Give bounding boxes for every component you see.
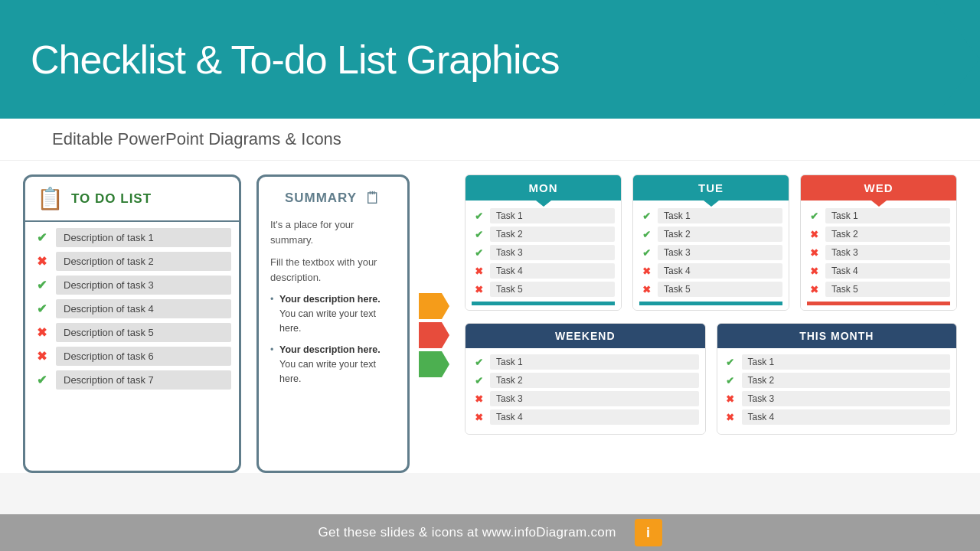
footer-text: Get these slides & icons at www.infoDiag… (318, 525, 616, 540)
check-icon: ✔ (724, 373, 737, 387)
check-icon: ✔ (639, 209, 653, 223)
wed-header: WED (801, 175, 956, 201)
calendar-top-row: MON ✔ Task 1 ✔ Task 2 ✔ Task 3 (465, 174, 957, 311)
task-text-5: Description of task 5 (56, 323, 231, 342)
table-row: ✔ Task 1 (472, 208, 615, 223)
wed-bar (807, 302, 950, 305)
task-label: Task 5 (658, 282, 782, 297)
summary-line1: It's a place for your summary. (270, 217, 396, 247)
summary-bullet-2: Your description here. You can write you… (270, 343, 396, 386)
table-row: ✔ Task 2 (639, 227, 782, 242)
cross-icon-2: ✖ (33, 253, 50, 270)
mon-tasks: ✔ Task 1 ✔ Task 2 ✔ Task 3 ✖ Task 4 (466, 201, 621, 310)
task-label: Task 1 (490, 208, 615, 223)
task-text-1: Description of task 1 (56, 228, 231, 247)
cross-icon: ✖ (807, 264, 821, 278)
table-row: ✖ Task 3 (807, 245, 950, 260)
check-icon: ✔ (639, 246, 653, 259)
cross-icon-6: ✖ (33, 348, 50, 365)
cross-icon-5: ✖ (33, 324, 50, 341)
task-text-2: Description of task 2 (56, 252, 231, 271)
task-label: Task 2 (490, 373, 699, 388)
task-label: Task 4 (658, 263, 782, 279)
tue-tasks: ✔ Task 1 ✔ Task 2 ✔ Task 3 ✖ Task 4 (633, 201, 789, 310)
summary-panel: SUMMARY 🗒 It's a place for your summary.… (256, 174, 410, 473)
day-card-tue: TUE ✔ Task 1 ✔ Task 2 ✔ Task 3 (632, 174, 789, 311)
task-text-3: Description of task 3 (56, 276, 231, 295)
thismonth-card: THIS MONTH ✔ Task 1 ✔ Task 2 ✖ Task 3 (717, 323, 958, 435)
check-icon: ✔ (472, 355, 485, 369)
task-label: Task 3 (658, 245, 782, 260)
task-label: Task 1 (825, 208, 950, 223)
check-icon-3: ✔ (33, 277, 50, 294)
header-banner: Checklist & To-do List Graphics (0, 0, 980, 119)
calendar-section: MON ✔ Task 1 ✔ Task 2 ✔ Task 3 (465, 174, 957, 473)
arrows-container (419, 197, 449, 473)
todo-title: TO DO LIST (71, 191, 152, 207)
table-row: ✔ Task 3 (639, 245, 782, 260)
subtitle-bar: Editable PowerPoint Diagrams & Icons (0, 119, 980, 161)
table-row: ✔ Task 1 (472, 354, 699, 370)
day-card-mon: MON ✔ Task 1 ✔ Task 2 ✔ Task 3 (465, 174, 622, 311)
table-row: ✖ Task 5 (807, 282, 950, 297)
task-label: Task 1 (742, 354, 951, 370)
cross-icon: ✖ (639, 264, 653, 278)
mon-header: MON (466, 175, 621, 201)
bullet1-text: You can write your text here. (279, 308, 376, 334)
task-text-4: Description of task 4 (56, 299, 231, 318)
table-row: ✖ Task 3 (472, 391, 699, 406)
subtitle-text: Editable PowerPoint Diagrams & Icons (52, 129, 341, 148)
task-label: Task 5 (825, 282, 950, 297)
logo-letter: i (646, 525, 650, 541)
task-label: Task 2 (825, 227, 950, 242)
bullet2-bold: Your description here. (279, 344, 381, 355)
thismonth-tasks: ✔ Task 1 ✔ Task 2 ✖ Task 3 ✖ Task 4 (717, 348, 957, 434)
task-label: Task 2 (490, 227, 615, 242)
mon-bar (472, 302, 615, 305)
check-icon-4: ✔ (33, 301, 50, 318)
wed-label: WED (864, 181, 893, 194)
table-row: ✖ Task 4 (724, 409, 951, 425)
calendar-bottom-row: WEEKEND ✔ Task 1 ✔ Task 2 ✖ Task 3 (465, 323, 957, 435)
check-icon-7: ✔ (33, 372, 50, 389)
wed-tasks: ✔ Task 1 ✖ Task 2 ✖ Task 3 ✖ Task 4 (801, 201, 956, 310)
table-row: ✖ Task 4 (639, 263, 782, 279)
day-card-wed: WED ✔ Task 1 ✖ Task 2 ✖ Task 3 (800, 174, 957, 311)
check-icon-1: ✔ (33, 230, 50, 246)
cross-icon: ✖ (472, 282, 485, 296)
tue-bar (639, 302, 782, 305)
cross-icon: ✖ (807, 282, 821, 296)
list-item: ✖ Description of task 5 (33, 323, 231, 342)
table-row: ✖ Task 2 (807, 227, 950, 242)
task-label: Task 2 (742, 373, 951, 388)
bullet1-bold: Your description here. (279, 294, 381, 305)
arrow-red (419, 322, 449, 348)
list-item: ✔ Description of task 4 (33, 299, 231, 318)
cross-icon: ✖ (472, 410, 485, 424)
summary-header: SUMMARY 🗒 (270, 188, 396, 208)
task-label: Task 3 (490, 245, 615, 260)
task-label: Task 4 (490, 409, 699, 425)
todo-header: 📋 TO DO LIST (25, 177, 239, 222)
task-label: Task 3 (742, 391, 951, 406)
table-row: ✔ Task 1 (807, 208, 950, 223)
table-row: ✔ Task 1 (724, 354, 951, 370)
footer: Get these slides & icons at www.infoDiag… (0, 514, 980, 551)
cross-icon: ✖ (724, 392, 737, 406)
check-icon: ✔ (472, 209, 485, 223)
tue-header: TUE (633, 175, 789, 201)
cross-icon: ✖ (807, 227, 821, 241)
check-icon: ✔ (807, 209, 821, 223)
summary-icon: 🗒 (364, 188, 381, 208)
todo-panel: 📋 TO DO LIST ✔ Description of task 1 ✖ D… (23, 174, 241, 473)
table-row: ✔ Task 1 (639, 208, 782, 223)
check-icon: ✔ (724, 355, 737, 369)
list-item: ✔ Description of task 1 (33, 228, 231, 247)
task-label: Task 2 (658, 227, 782, 242)
table-row: ✖ Task 3 (724, 391, 951, 406)
task-text-6: Description of task 6 (56, 347, 231, 366)
task-label: Task 4 (490, 263, 615, 279)
table-row: ✔ Task 3 (472, 245, 615, 260)
table-row: ✖ Task 5 (472, 282, 615, 297)
table-row: ✔ Task 2 (472, 373, 699, 388)
